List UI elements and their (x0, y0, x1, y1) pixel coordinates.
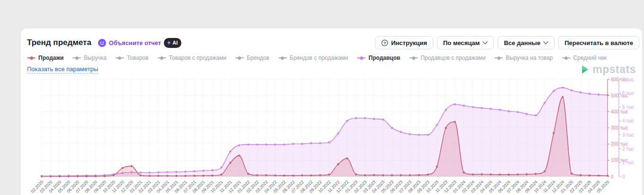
legend-item-label: Выручка на товар (506, 55, 553, 61)
legend-item-label: Средний чек (573, 55, 607, 61)
svg-text:1 тыс: 1 тыс (622, 160, 634, 165)
legend-marker-icon (409, 56, 418, 60)
svg-text:4 тыс: 4 тыс (622, 118, 634, 123)
card-header: Тренд предмета Объясните отчет ✦ AI (21, 28, 642, 49)
svg-text:?: ? (384, 40, 386, 45)
legend-marker-icon (27, 56, 36, 60)
trend-chart-svg[interactable]: 0100 тыс200 тыс300 тыс400 тыс500 тыс600 … (21, 74, 642, 195)
svg-text:0: 0 (611, 174, 614, 179)
legend-item[interactable]: Товаров с продажами (158, 55, 226, 61)
svg-text:5 тыс: 5 тыс (622, 104, 634, 110)
legend-item[interactable]: Брендов (235, 55, 269, 61)
svg-text:7 тыс: 7 тыс (622, 77, 634, 82)
trend-card: Тренд предмета Объясните отчет ✦ AI (21, 28, 642, 195)
legend-marker-icon (494, 56, 503, 60)
legend-item[interactable]: Продажи (27, 55, 63, 61)
instruction-button[interactable]: ? Инструкция (375, 36, 433, 49)
explain-report-label: Объясните отчет (109, 39, 161, 46)
instruction-label: Инструкция (391, 39, 427, 46)
legend-item[interactable]: Продавцов (357, 55, 400, 61)
sellers-series (41, 86, 608, 177)
legend-marker-icon (235, 56, 244, 60)
legend-item-label: Выручка (84, 55, 107, 61)
legend-marker-icon (158, 56, 166, 60)
legend-item[interactable]: Средний чек (562, 55, 607, 61)
ai-badge[interactable]: ✦ AI (164, 38, 181, 48)
ai-badge-label: AI (172, 40, 178, 46)
sparkle-icon: ✦ (167, 40, 171, 46)
legend-marker-icon (72, 56, 81, 60)
svg-text:2 тыс: 2 тыс (622, 146, 634, 151)
mpstats-logo-icon (580, 65, 590, 74)
legend-item[interactable]: Товаров (116, 55, 149, 61)
legend-item-label: Продавцов с продажами (420, 55, 485, 61)
page-title: Тренд предмета (27, 38, 91, 47)
recalculate-currency-button[interactable]: Пересчитать в валюте (558, 36, 639, 49)
range-dropdown-value: Все данные (504, 39, 540, 46)
recalculate-currency-label: Пересчитать в валюте (564, 39, 633, 46)
svg-text:400 тыс: 400 тыс (611, 109, 628, 114)
legend-marker-icon (562, 56, 571, 60)
trend-chart[interactable]: 0100 тыс200 тыс300 тыс400 тыс500 тыс600 … (21, 74, 642, 195)
legend-marker-icon (357, 56, 366, 60)
assistant-smiley-icon (98, 39, 106, 47)
legend-item[interactable]: Продавцов с продажами (409, 55, 485, 61)
chevron-down-icon (483, 41, 488, 45)
svg-text:6 тыс: 6 тыс (622, 91, 634, 96)
show-all-parameters-link[interactable]: Показать все параметры (27, 65, 98, 74)
svg-text:300 тыс: 300 тыс (611, 125, 628, 130)
help-circle-icon: ? (381, 39, 388, 46)
chart-legend: ПродажиВыручкаТоваровТоваров с продажами… (21, 49, 642, 61)
legend-item[interactable]: Выручка (72, 55, 107, 61)
period-dropdown-value: По месяцам (443, 39, 480, 46)
svg-text:0: 0 (622, 174, 625, 179)
legend-item-label: Брендов с продажами (290, 55, 348, 61)
legend-item-label: Брендов (247, 55, 269, 61)
legend-marker-icon (116, 56, 124, 60)
legend-item-label: Товаров (127, 55, 149, 61)
legend-item[interactable]: Брендов с продажами (278, 55, 348, 61)
legend-item[interactable]: Выручка на товар (494, 55, 553, 61)
svg-text:3 тыс: 3 тыс (622, 132, 634, 138)
legend-marker-icon (278, 56, 287, 60)
x-axis-labels: 02.202003.202004.202005.202006.202007.20… (30, 179, 610, 194)
explain-report-button[interactable]: Объясните отчет ✦ AI (98, 38, 182, 48)
chevron-down-icon (543, 41, 548, 45)
legend-item-label: Продажи (38, 55, 63, 61)
range-dropdown[interactable]: Все данные (498, 36, 555, 49)
legend-item-label: Продавцов (368, 55, 400, 61)
period-dropdown[interactable]: По месяцам (437, 36, 494, 49)
legend-item-label: Товаров с продажами (169, 55, 226, 61)
